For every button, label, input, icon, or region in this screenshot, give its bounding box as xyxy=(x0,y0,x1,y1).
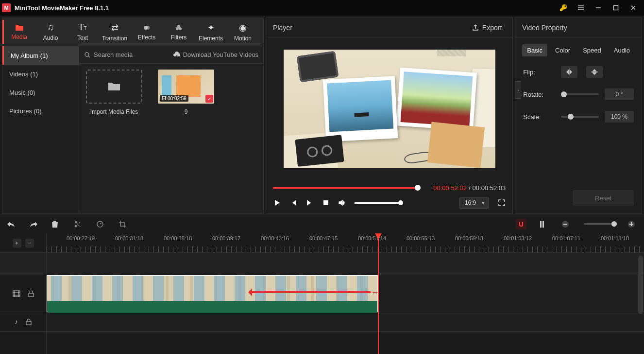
video-lane[interactable] xyxy=(47,275,644,312)
import-label: Import Media Files xyxy=(90,108,138,115)
zoom-in-button[interactable] xyxy=(627,220,637,228)
tool-tab-transition[interactable]: ⇄ Transition xyxy=(99,20,131,44)
rotate-slider[interactable] xyxy=(561,93,599,95)
redo-button[interactable] xyxy=(29,221,39,228)
ruler-tick-label: 00:00:43:16 xyxy=(261,235,289,241)
svg-rect-7 xyxy=(323,200,328,205)
tool-tab-motion[interactable]: ◉ Motion xyxy=(227,20,259,44)
flip-vertical-button[interactable] xyxy=(586,66,603,78)
license-key-icon[interactable] xyxy=(555,0,572,16)
media-clip-item[interactable]: 🎞 00:02:59 ✓ 9 xyxy=(157,70,215,115)
scrub-bar[interactable] xyxy=(273,183,421,192)
ruler-tick-label: 00:00:39:17 xyxy=(212,235,240,241)
add-track-button[interactable]: ＋ xyxy=(13,239,21,248)
tool-tab-text[interactable]: TT Text xyxy=(67,20,99,44)
prev-frame-button[interactable] xyxy=(289,199,297,207)
window-close-button[interactable] xyxy=(625,0,642,16)
preview-area[interactable] xyxy=(266,37,512,180)
folder-icon xyxy=(15,24,24,32)
split-button[interactable] xyxy=(74,220,84,228)
timeline-body[interactable]: 00:00:27:1900:00:31:1800:00:35:1800:00:3… xyxy=(47,233,644,354)
reset-button[interactable]: Reset xyxy=(573,190,634,206)
crop-button[interactable] xyxy=(119,220,128,228)
scale-slider[interactable] xyxy=(561,116,599,118)
lock-icon[interactable] xyxy=(28,290,34,297)
delete-button[interactable] xyxy=(51,220,61,228)
volume-slider[interactable] xyxy=(355,202,401,204)
total-time: 00:00:52:03 xyxy=(473,184,506,192)
remove-track-button[interactable]: － xyxy=(25,239,34,248)
tool-tab-media[interactable]: Media xyxy=(2,20,34,44)
timeline: ＋ － ♪ 00:00:27:1900:00:31:1800:00:35:180… xyxy=(0,233,644,354)
video-clip[interactable] xyxy=(47,275,378,312)
zoom-slider[interactable] xyxy=(584,223,615,225)
zoom-out-button[interactable] xyxy=(561,220,571,228)
volume-icon[interactable] xyxy=(338,199,346,207)
prop-tab-basic[interactable]: Basic xyxy=(522,44,547,56)
tool-tab-effects[interactable]: Effects xyxy=(131,20,163,44)
tool-tab-elements[interactable]: ✦ Elements xyxy=(195,20,227,44)
svg-point-6 xyxy=(85,53,89,56)
window-minimize-button[interactable] xyxy=(590,0,607,16)
lock-icon[interactable] xyxy=(26,319,32,325)
tool-tab-label: Transition xyxy=(102,35,127,42)
speed-button[interactable] xyxy=(96,220,106,228)
time-ruler[interactable]: 00:00:27:1900:00:31:1800:00:35:1800:00:3… xyxy=(47,233,644,253)
svg-point-5 xyxy=(179,27,182,30)
ruler-tick-label: 00:00:51:14 xyxy=(358,235,386,241)
svg-rect-9 xyxy=(540,221,542,228)
sidebar-item-videos[interactable]: Videos (1) xyxy=(2,65,79,83)
rotate-value[interactable]: 0 ° xyxy=(605,88,634,100)
prop-tab-color[interactable]: Color xyxy=(550,44,575,56)
app-title: MiniTool MovieMaker Free 8.1.1 xyxy=(15,4,555,12)
tool-tab-audio[interactable]: ♫ Audio xyxy=(34,20,67,44)
ruler-tick-label: 00:01:07:11 xyxy=(552,235,580,241)
snap-toggle[interactable] xyxy=(516,219,526,230)
ruler-tick-label: 00:01:11:10 xyxy=(601,235,629,241)
tool-tabs: Media ♫ Audio TT Text ⇄ Transition Effec… xyxy=(2,18,263,46)
undo-button[interactable] xyxy=(7,221,17,228)
search-icon xyxy=(84,52,91,58)
playhead[interactable] xyxy=(378,233,379,354)
sidebar-item-my-album[interactable]: My Album (1) xyxy=(2,46,79,65)
play-button[interactable] xyxy=(273,199,281,207)
tool-tab-label: Elements xyxy=(199,35,223,42)
effects-icon xyxy=(142,23,151,32)
export-button[interactable]: Export xyxy=(468,22,506,34)
flip-horizontal-button[interactable] xyxy=(561,66,577,78)
window-maximize-button[interactable] xyxy=(607,0,625,16)
tool-tab-label: Audio xyxy=(43,35,58,41)
flip-label: Flip: xyxy=(523,69,561,76)
panel-collapse-toggle[interactable]: › xyxy=(515,81,521,99)
import-media-box[interactable]: Import Media Files xyxy=(85,70,143,115)
aspect-ratio-select[interactable]: 16:9 xyxy=(459,197,489,209)
vertical-scrollbar[interactable] xyxy=(638,256,643,314)
tool-tab-filters[interactable]: Filters xyxy=(163,20,195,44)
prop-tab-speed[interactable]: Speed xyxy=(578,44,606,56)
fullscreen-button[interactable] xyxy=(498,199,506,207)
marker-button[interactable] xyxy=(539,220,549,228)
prop-tab-audio[interactable]: Audio xyxy=(609,44,635,56)
duration-badge: 🎞 00:02:59 xyxy=(160,95,188,102)
preview-canvas xyxy=(284,50,495,168)
sidebar-item-pictures[interactable]: Pictures (0) xyxy=(2,102,79,120)
audio-track-head: ♪ xyxy=(0,312,46,332)
next-frame-button[interactable] xyxy=(306,199,314,207)
ruler-tick-label: 00:00:35:18 xyxy=(164,235,192,241)
music-icon: ♫ xyxy=(47,22,54,33)
ruler-tick-label: 00:00:27:19 xyxy=(67,235,95,241)
scale-value[interactable]: 100 % xyxy=(605,111,634,123)
menu-icon[interactable] xyxy=(572,0,590,16)
sidebar-item-music[interactable]: Music (0) xyxy=(2,83,79,102)
download-youtube-link[interactable]: Download YouTube Videos xyxy=(173,51,258,58)
svg-rect-13 xyxy=(13,291,20,297)
video-track-head xyxy=(0,275,46,312)
video-track-icon xyxy=(13,290,20,297)
stop-button[interactable] xyxy=(322,199,329,206)
svg-point-4 xyxy=(176,27,179,30)
player-panel: Player Export xyxy=(266,18,513,214)
title-bar: M MiniTool MovieMaker Free 8.1.1 xyxy=(0,0,644,16)
search-media[interactable]: Search media xyxy=(84,51,173,58)
audio-lane[interactable] xyxy=(47,312,644,332)
tool-tab-label: Media xyxy=(11,34,27,40)
